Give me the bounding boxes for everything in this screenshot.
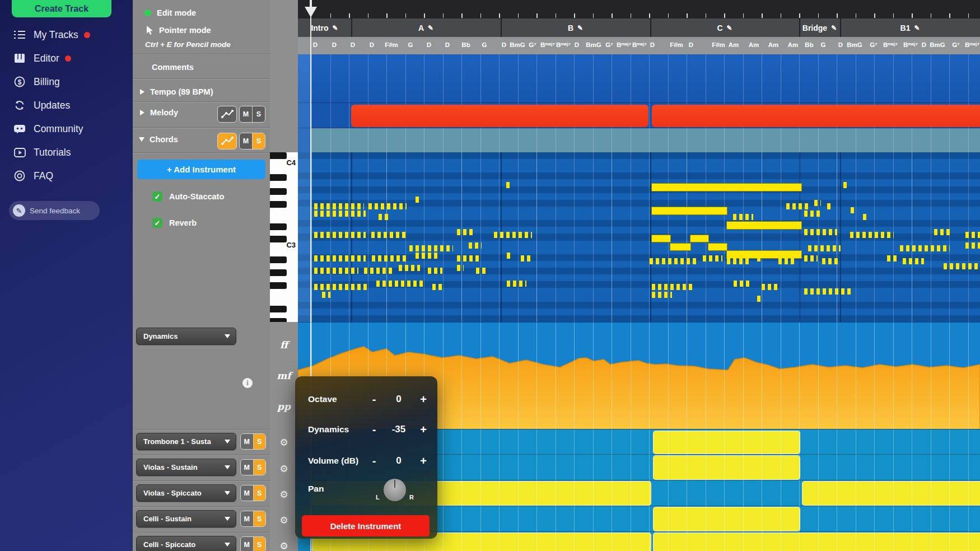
note-bar[interactable] [651, 183, 802, 192]
note-run[interactable] [314, 284, 370, 290]
note-run[interactable] [863, 214, 869, 220]
checkbox-checked-icon[interactable]: ✓ [152, 218, 162, 228]
chord-label[interactable]: Bᵐᵃʲ⁷ [632, 41, 647, 48]
gear-icon-1[interactable]: ⚙ [270, 463, 298, 475]
instrument-dropdown-1[interactable]: Violas - Sustain [136, 459, 236, 476]
chord-label[interactable]: Am [768, 41, 779, 48]
note-bar[interactable] [651, 235, 671, 242]
note-run[interactable] [399, 265, 420, 271]
chord-label[interactable]: D [838, 41, 843, 48]
melody-solo-button[interactable]: S [253, 106, 265, 122]
instrument-mute-solo-2[interactable]: MS [240, 485, 266, 501]
chords-automation-button[interactable] [217, 133, 237, 150]
pointer-mode-row[interactable]: Pointer mode [133, 23, 270, 38]
black-key[interactable] [270, 201, 287, 208]
note-run[interactable] [314, 268, 358, 274]
note-bar[interactable] [651, 207, 727, 215]
create-track-button[interactable]: Create Track [12, 0, 111, 17]
note-run[interactable] [371, 232, 407, 238]
chord-label[interactable]: Bb [461, 41, 470, 48]
note-run[interactable] [757, 255, 763, 262]
section-b[interactable]: B✎ [501, 18, 651, 37]
note-run[interactable] [814, 200, 821, 206]
instrument-solo-button[interactable]: S [254, 485, 266, 501]
chord-label[interactable]: D [370, 41, 374, 48]
note-run[interactable] [506, 182, 512, 188]
chord-label[interactable]: Am [788, 41, 799, 48]
note-run[interactable] [965, 242, 980, 249]
pencil-icon[interactable]: ✎ [333, 24, 338, 32]
instrument-mute-solo-1[interactable]: MS [240, 459, 266, 475]
tempo-row[interactable]: Tempo (89 BPM) [133, 84, 270, 100]
sidebar-item-updates[interactable]: Updates [0, 94, 133, 117]
chord-label[interactable]: D [351, 41, 355, 48]
note-run[interactable] [322, 292, 330, 298]
pencil-icon[interactable]: ✎ [727, 24, 732, 32]
chord-label[interactable]: BmG [586, 41, 601, 48]
black-key[interactable] [270, 236, 287, 242]
chord-label[interactable]: Bᵐᵃʲ⁷ [617, 41, 631, 48]
note-run[interactable] [409, 245, 453, 251]
section-b1[interactable]: B1✎ [840, 18, 980, 37]
edit-mode-row[interactable]: Edit mode [133, 6, 270, 20]
note-run[interactable] [650, 258, 698, 264]
info-icon[interactable]: i [242, 378, 253, 388]
chord-label[interactable]: Bᵐᵃʲ⁷ [965, 41, 979, 48]
chord-block-3[interactable] [802, 481, 980, 506]
note-run[interactable] [314, 211, 366, 217]
chord-label[interactable]: G⁷ [529, 41, 536, 48]
note-run[interactable] [314, 232, 366, 238]
note-run[interactable] [652, 284, 694, 290]
chord-label[interactable]: F#m [385, 41, 398, 48]
note-run[interactable] [376, 281, 426, 287]
chord-label[interactable]: F#m [670, 41, 683, 48]
playhead-marker[interactable] [305, 7, 317, 17]
note-run[interactable] [934, 229, 950, 235]
sidebar-item-my-tracks[interactable]: My Tracks [0, 23, 133, 46]
instrument-mute-solo-0[interactable]: MS [240, 433, 266, 450]
note-bar[interactable] [690, 235, 709, 242]
black-key[interactable] [270, 282, 287, 289]
dynamics-dropdown[interactable]: Dynamics [136, 328, 236, 345]
sidebar-item-tutorials[interactable]: Tutorials [0, 141, 133, 164]
delete-instrument-button[interactable]: Delete Instrument [302, 515, 430, 536]
instrument-dropdown-4[interactable]: Celli - Spiccato [136, 536, 236, 551]
note-run[interactable] [494, 232, 532, 238]
note-run[interactable] [733, 214, 753, 220]
comments-row[interactable]: Comments [133, 59, 289, 75]
black-key[interactable] [270, 306, 287, 312]
chord-label[interactable]: Bᵐᵃʲ⁷ [556, 41, 571, 48]
chord-label[interactable]: Bb [805, 41, 813, 48]
note-run[interactable] [457, 265, 464, 271]
note-run[interactable] [457, 229, 475, 235]
chord-label[interactable]: D [313, 41, 318, 48]
note-run[interactable] [521, 255, 532, 262]
melody-mute-solo[interactable]: M S [239, 106, 265, 123]
chord-block-4[interactable] [653, 507, 800, 531]
note-run[interactable] [887, 255, 899, 262]
note-run[interactable] [703, 255, 722, 262]
chord-label[interactable]: BmG [930, 41, 945, 48]
section-intro[interactable]: Intro✎ [298, 18, 352, 37]
black-key[interactable] [270, 269, 287, 276]
note-run[interactable] [469, 242, 482, 249]
note-run[interactable] [372, 255, 407, 262]
note-run[interactable] [652, 292, 672, 298]
note-run[interactable] [804, 255, 818, 262]
chord-label[interactable]: G [482, 41, 487, 48]
volume-minus-button[interactable]: - [368, 455, 380, 468]
note-run[interactable] [843, 182, 850, 188]
dynamics-minus-button[interactable]: - [368, 423, 380, 436]
chord-label[interactable]: D [427, 41, 431, 48]
melody-mute-button[interactable]: M [240, 106, 253, 122]
black-key[interactable] [270, 318, 287, 322]
note-run[interactable] [364, 268, 392, 274]
instrument-dropdown-0[interactable]: Trombone 1 - Susta [136, 433, 236, 450]
section-a[interactable]: A✎ [351, 18, 502, 37]
chord-label[interactable]: D [575, 41, 579, 48]
note-run[interactable] [432, 284, 442, 290]
chord-block-1[interactable] [653, 455, 800, 480]
chord-block-0[interactable] [653, 431, 800, 454]
time-ruler[interactable] [298, 0, 980, 18]
instrument-solo-button[interactable]: S [254, 511, 266, 526]
